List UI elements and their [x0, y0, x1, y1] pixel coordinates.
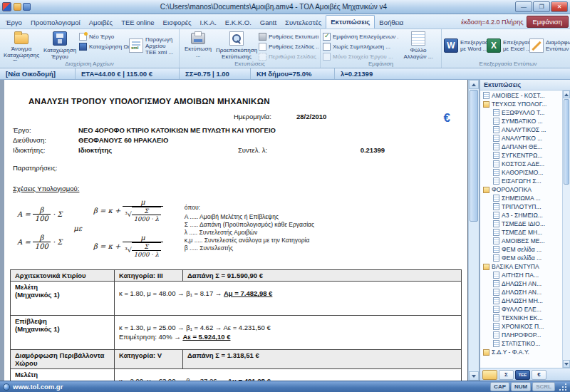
tree-item-label: ΤΕΥΧΟΣ ΥΠΟΛΟΓ...	[492, 100, 546, 108]
date-label: Ημερομηνία:	[234, 113, 296, 120]
report-document-icon	[493, 212, 499, 219]
printer-settings-button[interactable]: Ρυθμίσεις Εκτυπωτή ...	[259, 32, 318, 41]
tree-item[interactable]: ΧΡΟΝΙΚΟΣ Π...	[481, 322, 562, 331]
tree-item[interactable]: Σ.Δ.Υ - Φ.Α.Υ.	[481, 348, 562, 356]
tree-item[interactable]: ΑΙΤΗΣΗ ΠΑ...	[481, 271, 562, 279]
panel-documents-icon[interactable]	[482, 370, 497, 380]
new-project-button[interactable]: Νέο Έργο	[79, 32, 129, 41]
sidebar-scroll-up-button[interactable]	[563, 91, 570, 98]
tree-item-label: ΤΕΧΝΙΚΗ ΕΚ...	[502, 314, 543, 321]
menu-tab[interactable]: Αμοιβές	[85, 16, 117, 29]
tree-item[interactable]: Α3 - ΣΗΜΕΙΩ...	[481, 211, 562, 220]
tree-item[interactable]: ΑΜΟΙΒΕΣ ΜΕ...	[481, 237, 562, 245]
website-link[interactable]: www.tol.com.gr	[13, 383, 63, 391]
tree-item[interactable]: ΔΗΛΩΣΗ ΑΝ...	[481, 288, 562, 296]
scroll-down-button[interactable]	[469, 371, 479, 381]
report-document-icon	[493, 237, 499, 244]
tree-item[interactable]: ΣΤΑΤΙΣΤΙΚΟ...	[481, 339, 562, 348]
tree-item[interactable]: ΚΟΣΤΟΣ ΑΔΕ...	[481, 160, 562, 168]
edit-with-word-button[interactable]: Επεξεργασία με Word ...	[444, 31, 487, 61]
tree-item[interactable]: ΑΜΟΙΒΕΣ - ΚΟΣΤ...	[481, 91, 562, 100]
tree-item[interactable]: ΦΥΛΛΟ ΕΛΕ...	[481, 305, 562, 314]
save-as-button[interactable]: Καταχώρηση Ως ...	[79, 42, 129, 51]
tree-item[interactable]: ΕΙΣΑΓΩΓΗ Σ...	[481, 177, 562, 185]
tree-item[interactable]: ΔΑΠΑΝΗ ΘΕ...	[481, 143, 562, 151]
emfanisi-menu-button[interactable]: Εμφάνιση	[527, 16, 569, 28]
scroll-up-button[interactable]	[469, 80, 479, 89]
document-scrollbar[interactable]	[468, 80, 479, 381]
project-info-strip: [Νέα Οικοδομή] ΕΤΑ=44.00 € | 115.00 € ΣΣ…	[0, 68, 570, 80]
tree-item[interactable]: ΠΛΗΡΟΦΟΡ...	[481, 331, 562, 339]
tree-item[interactable]: ΑΝΑΛΥΤΙΚΟΣ ...	[481, 125, 562, 134]
report-title: ΑΝΑΛΥΣΗ ΤΡΟΠΟΥ ΥΠΟΛΟΓΙΣΜΟΥ ΑΜΟΙΒΩΝ ΜΗΧΑΝ…	[28, 97, 467, 105]
menu-tab[interactable]: Εισφορές	[159, 16, 196, 29]
panel-euro-icon[interactable]: €	[532, 370, 546, 380]
tree-item[interactable]: ΔΗΛΩΣΗ ΜΗ...	[481, 296, 562, 305]
section-category: Κατηγορία: V	[115, 350, 183, 369]
menu-tab[interactable]: Εκτυπώσεις	[326, 15, 375, 29]
report-document-icon	[493, 177, 499, 185]
tree-item-label: ΣΗΜΕΙΩΜΑ ...	[502, 195, 541, 202]
show-selected-button[interactable]: Εμφάνιση Επιλεγόμενων ...	[323, 32, 398, 41]
changes-sheet-icon	[411, 31, 425, 46]
quick-access-icon-1[interactable]	[14, 3, 21, 11]
panel-tee-icon[interactable]: ΤΕΕ	[515, 370, 530, 380]
tree-item[interactable]: ΤΡΙΠΛΟΤΥΠ...	[481, 202, 562, 211]
tree-item[interactable]: ΕΞΩΦΥΛΛΟ Τ...	[481, 108, 562, 117]
tree-item-label: ΕΞΩΦΥΛΛΟ Τ...	[502, 109, 544, 116]
tree-item-label: ΑΝΑΛΥΤΙΚΟΣ ...	[502, 126, 546, 133]
report-document-icon	[483, 92, 489, 99]
tree-item[interactable]: ΣΥΜΒΑΤΙΚΟ ...	[481, 117, 562, 125]
sidebar-scrollbar-thumb[interactable]	[564, 99, 569, 185]
menu-tab[interactable]: Προϋπολογισμοί	[26, 16, 85, 29]
lambda-value: λ=0.21399	[335, 68, 570, 79]
format-forms-button[interactable]: Διαμόρφωση Εντύπων ...	[529, 31, 570, 61]
tree-item[interactable]: ΣΥΓΚΕΝΤΡΩ...	[481, 151, 562, 160]
sidebar-scrollbar[interactable]	[562, 91, 570, 368]
menu-tab[interactable]: Ε.Κ.Κ.Ο.	[221, 16, 256, 29]
sidebar-scroll-down-button[interactable]	[563, 360, 570, 368]
changes-sheet-button[interactable]: Φύλλο Αλλαγών ...	[398, 31, 438, 61]
panel-sigma-icon[interactable]: Σ	[499, 370, 514, 380]
close-button[interactable]: ✕	[551, 1, 568, 12]
group-label-file-management: Διαχείριση Αρχείων	[0, 60, 179, 68]
tree-item[interactable]: ΤΕΧΝΙΚΗ ΕΚ...	[481, 314, 562, 322]
menu-tab[interactable]: Βοήθεια	[375, 16, 408, 29]
print-preview-button[interactable]: Προεπισκόπηση Εκτύπωσης	[214, 31, 259, 61]
maximize-button[interactable]: ❐	[533, 1, 550, 12]
ribbon-tab-bar: ΈργοΠροϋπολογισμοίΑμοιβέςΤΕΕ onlineΕισφο…	[0, 14, 570, 29]
resize-grip[interactable]	[558, 382, 567, 391]
tree-item[interactable]: ΤΣΜΕΔΕ ΙΔΙΟ...	[481, 220, 562, 228]
tree-item[interactable]: ΒΑΣΙΚΑ ΕΝΤΥΠΑ	[481, 262, 562, 271]
save-project-button[interactable]: Καταχώρηση Έργου	[41, 31, 79, 61]
tree-item[interactable]: ΦΕΜ σελίδα ...	[481, 245, 562, 254]
report-page: ΑΝΑΛΥΣΗ ΤΡΟΠΟΥ ΥΠΟΛΟΓΙΣΜΟΥ ΑΜΟΙΒΩΝ ΜΗΧΑΝ…	[4, 80, 467, 381]
page-settings-button[interactable]: Ρυθμίσεις Σελίδας ...	[259, 42, 318, 51]
menu-tab[interactable]: Έργο	[1, 16, 26, 29]
tree-item[interactable]: ΑΝΑΛΥΤΙΚΟ ...	[481, 134, 562, 143]
print-button[interactable]: Εκτύπωση ...	[182, 31, 214, 61]
menu-tab[interactable]: Gantt	[256, 16, 281, 29]
tree-item-label: ΠΛΗΡΟΦΟΡ...	[502, 331, 541, 339]
tree-item-label: Σ.Δ.Υ - Φ.Α.Υ.	[492, 349, 529, 356]
tree-item[interactable]: ΤΕΥΧΟΣ ΥΠΟΛΟΓ...	[481, 100, 562, 108]
menu-tab[interactable]: ΤΕΕ online	[117, 16, 158, 29]
open-project-button[interactable]: Άνοιγμα Καταχώρησης Έργου	[2, 31, 41, 61]
tree-item[interactable]: ΤΣΜΕΔΕ ΜΗ...	[481, 228, 562, 237]
kh-value: ΚΗ δήμου=75.0%	[251, 68, 335, 79]
edit-with-excel-button[interactable]: Επεξεργασία με Excel ...	[487, 31, 529, 61]
quick-access-icon-2[interactable]	[23, 3, 31, 11]
row-name-cell: Μελέτη (Μηχανικός 1)	[11, 282, 115, 316]
tree-item[interactable]: ΔΗΛΩΣΗ ΑΝ...	[481, 279, 562, 288]
tee-xml-export-button[interactable]: Παραγωγή Αρχείου ΤΕΕ xml ...	[129, 31, 176, 61]
sidebar-header: Εκτυπώσεις	[480, 80, 570, 91]
no-fill-button[interactable]: Χωρίς Συμπλήρωση ...	[323, 42, 398, 51]
scrollbar-thumb[interactable]	[470, 90, 478, 222]
menu-tab[interactable]: Συντελεστές	[281, 16, 326, 29]
tree-item[interactable]: ΦΟΡΟΛΟΓΙΚΑ	[481, 185, 562, 194]
minimize-button[interactable]: —	[515, 1, 532, 12]
tree-item[interactable]: ΣΗΜΕΙΩΜΑ ...	[481, 194, 562, 202]
tree-item[interactable]: ΦΕΜ σελίδα ...	[481, 254, 562, 262]
tree-item[interactable]: ΚΑΘΟΡΙΣΜΟ...	[481, 168, 562, 177]
menu-tab[interactable]: Ι.Κ.Α.	[196, 16, 221, 29]
